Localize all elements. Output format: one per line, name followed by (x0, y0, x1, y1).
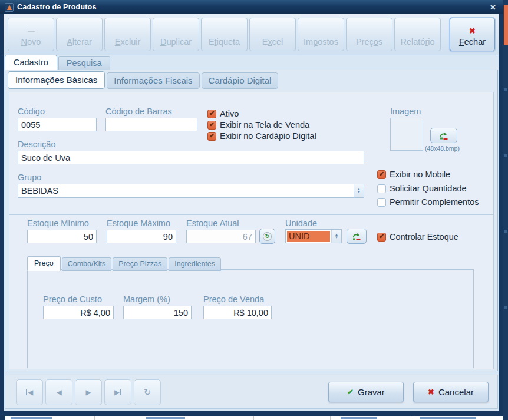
grupo-label: Grupo (18, 173, 41, 182)
alterar-button[interactable]: Alterar (56, 18, 103, 51)
preco-venda-input[interactable] (203, 306, 272, 319)
margem-label: Margem (%) (123, 295, 170, 304)
fechar-button[interactable]: ✖ Fechar (450, 18, 495, 51)
titlebar[interactable]: Cadastro de Produtos ✕ (0, 0, 503, 14)
info-tab-bar: Informações Básicas Informações Fiscais … (8, 72, 278, 89)
app-icon (5, 3, 14, 12)
codigo-barras-input[interactable] (105, 118, 197, 131)
excel-button[interactable]: Excel (249, 18, 296, 51)
ativo-checkbox[interactable]: ✔ Ativo (207, 109, 239, 118)
check-icon: ✔ (379, 233, 384, 240)
gravar-button[interactable]: ✔ Gravar (328, 382, 404, 402)
background-cell (0, 416, 5, 420)
codigo-barras-label: Código de Barras (105, 107, 172, 116)
image-size-caption: (48x48.bmp) (425, 145, 460, 152)
tab-cardapio-digital[interactable]: Cardápio Digital (202, 72, 279, 89)
nav-last-icon: ▶ (114, 388, 120, 396)
nav-last-button[interactable]: ▶ (104, 379, 131, 405)
product-image-box[interactable] (390, 118, 423, 151)
chevron-down-icon: ▼ (357, 191, 361, 194)
tab-combo-kits[interactable]: Combo/Kits (62, 257, 112, 271)
background-text-mark (146, 417, 185, 419)
background-text-mark (11, 417, 52, 419)
grupo-combobox[interactable]: BEBIDAS ▲ ▼ (18, 184, 364, 198)
grupo-spinner[interactable]: ▲ ▼ (354, 184, 364, 197)
checkbox-box[interactable]: ✔ (207, 121, 216, 130)
etiqueta-button[interactable]: Etiqueta (201, 18, 248, 51)
cancelar-button[interactable]: ✖ Cancelar (413, 382, 489, 402)
cancel-x-icon: ✖ (428, 388, 434, 396)
upload-image-icon (439, 131, 448, 140)
duplicar-button[interactable]: Duplicar (153, 18, 199, 51)
nav-first-button[interactable]: ◀ (16, 379, 43, 405)
imagem-label: Imagem (390, 107, 421, 116)
checkbox-box[interactable]: ✔ (377, 198, 386, 207)
new-doc-icon (28, 26, 35, 32)
tab-informacoes-fiscais[interactable]: Informações Fiscais (107, 72, 199, 89)
checkbox-box[interactable]: ✔ (377, 184, 386, 193)
background-divider (413, 416, 413, 420)
tab-cadastro[interactable]: Cadastro (5, 55, 57, 70)
nav-next-button[interactable]: ▶ (75, 379, 102, 405)
tab-preco[interactable]: Preço (27, 256, 61, 271)
estoque-maximo-label: Estoque Máximo (107, 219, 170, 228)
preco-custo-input[interactable] (43, 306, 114, 319)
exibir-mobile-checkbox[interactable]: ✔ Exibir no Mobile (377, 170, 450, 179)
novo-button[interactable]: Novo (8, 18, 54, 51)
unidade-spinner[interactable]: ▲ ▼ (331, 230, 341, 243)
unidade-value: UNID (287, 231, 330, 242)
tab-ingredientes[interactable]: Ingredientes (169, 257, 221, 271)
toolbar: Novo Alterar Excluir Duplicar Etiqueta (4, 14, 499, 55)
permitir-complementos-checkbox[interactable]: ✔ Permitir Complementos (377, 197, 479, 207)
close-icon[interactable]: ✕ (488, 3, 498, 12)
descricao-label: Descrição (18, 140, 55, 149)
cadastro-de-produtos-window: Cadastro de Produtos ✕ Novo Alterar Excl… (0, 0, 503, 416)
informacoes-basicas-panel: Código Código de Barras ✔ Ativo ✔ Exibir… (9, 92, 494, 369)
unidade-edit-button[interactable] (347, 229, 367, 244)
preco-panel: Preço de Custo Margem (%) Preço de Venda (27, 269, 474, 368)
load-image-button[interactable] (430, 128, 457, 143)
estoque-atual-label: Estoque Atual (186, 219, 239, 228)
nav-next-icon: ▶ (85, 388, 91, 396)
estoque-refresh-button[interactable]: ↻ (259, 229, 275, 244)
margem-input[interactable] (123, 306, 192, 319)
solicitar-quantidade-checkbox[interactable]: ✔ Solicitar Quantidade (377, 184, 467, 193)
exibir-cardapio-digital-checkbox[interactable]: ✔ Exibir no Cardápio Digital (207, 131, 316, 141)
refresh-icon: ↻ (263, 232, 272, 241)
main-tab-bar: Cadastro Pesquisa (5, 56, 111, 70)
chevron-down-icon: ▼ (335, 236, 338, 239)
cadastro-page: Informações Básicas Informações Fiscais … (5, 70, 498, 371)
preco-venda-label: Preço de Venda (203, 295, 264, 304)
tab-pesquisa[interactable]: Pesquisa (58, 56, 110, 70)
background-text-mark (341, 417, 377, 419)
nav-prev-button[interactable]: ◀ (45, 379, 72, 405)
nav-first-icon: ◀ (28, 388, 33, 396)
tab-preco-pizzas[interactable]: Preço Pizzas (113, 257, 167, 271)
background-text-mark (420, 417, 476, 419)
background-divider (94, 416, 95, 420)
precos-button[interactable]: Preços (346, 18, 392, 51)
background-window-bottom-edge (0, 416, 503, 420)
first-bar-icon (26, 389, 27, 395)
nav-refresh-button[interactable]: ↻ (134, 379, 161, 405)
checkbox-box[interactable]: ✔ (207, 110, 216, 118)
checkbox-box[interactable]: ✔ (377, 170, 386, 179)
exibir-tela-venda-checkbox[interactable]: ✔ Exibir na Tela de Venda (207, 120, 309, 130)
controlar-estoque-checkbox[interactable]: ✔ Controlar Estoque (377, 232, 458, 242)
background-orange-panel (504, 5, 508, 45)
close-x-icon: ✖ (469, 27, 476, 35)
unidade-combobox[interactable]: UNID ▲ ▼ (285, 229, 342, 243)
excluir-button[interactable]: Excluir (104, 18, 151, 51)
estoque-maximo-input[interactable] (107, 230, 176, 243)
check-icon: ✔ (209, 133, 215, 139)
checkbox-box[interactable]: ✔ (377, 233, 386, 242)
codigo-input[interactable] (18, 118, 97, 131)
impostos-button[interactable]: Impostos (298, 18, 344, 51)
checkbox-box[interactable]: ✔ (207, 132, 216, 141)
descricao-input[interactable] (18, 151, 364, 164)
background-divider (330, 416, 331, 420)
relatorio-button[interactable]: Relatório (394, 18, 441, 51)
tab-informacoes-basicas[interactable]: Informações Básicas (8, 71, 105, 89)
check-icon: ✔ (209, 121, 215, 128)
estoque-minimo-input[interactable] (27, 230, 97, 243)
